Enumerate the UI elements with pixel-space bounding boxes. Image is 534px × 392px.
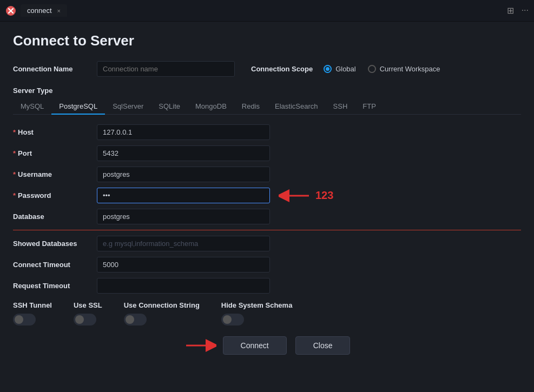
tab-close-button[interactable]: × [57, 8, 61, 14]
scope-radio-group: Global Current Workspace [324, 65, 440, 73]
connect-wrapper: Connect [184, 336, 287, 355]
tab-elasticsearch[interactable]: ElasticSearch [267, 99, 325, 115]
port-row: *Port [13, 145, 521, 161]
scope-global-label: Global [335, 65, 356, 73]
host-input[interactable] [97, 124, 270, 140]
tab-mysql[interactable]: MySQL [13, 99, 51, 115]
connection-scope-group: Connection Scope Global Current Workspac… [251, 65, 440, 73]
username-required-star: * [13, 170, 16, 178]
host-required-star: * [13, 128, 16, 136]
connect-timeout-row: Connect Timeout [13, 257, 521, 273]
port-label: *Port [13, 149, 97, 157]
tab-redis[interactable]: Redis [234, 99, 267, 115]
use-connection-string-label: Use Connection String [124, 301, 200, 309]
password-input[interactable] [97, 188, 270, 203]
toggles-row: SSH Tunnel Use SSL Use Connection String… [13, 301, 521, 325]
server-type-tabs: MySQL PostgreSQL SqlServer SQLite MongoD… [13, 99, 521, 115]
server-type-label: Server Type [13, 87, 521, 95]
connection-name-label: Connection Name [13, 65, 97, 73]
connect-button[interactable]: Connect [223, 336, 287, 355]
close-button[interactable]: Close [295, 336, 351, 355]
scope-workspace[interactable]: Current Workspace [368, 65, 440, 73]
scope-workspace-radio[interactable] [368, 65, 376, 73]
tab-postgresql[interactable]: PostgreSQL [51, 99, 105, 115]
database-label: Database [13, 212, 97, 221]
scope-global[interactable]: Global [324, 65, 356, 73]
tab-sqlite[interactable]: SQLite [151, 99, 188, 115]
use-ssl-group: Use SSL [74, 301, 102, 325]
use-connection-string-group: Use Connection String [124, 301, 200, 325]
use-ssl-toggle[interactable] [74, 314, 96, 325]
password-required-star: * [13, 191, 16, 200]
username-row: *Username [13, 167, 521, 182]
active-tab[interactable]: connect × [21, 4, 67, 17]
connect-arrow [184, 338, 216, 353]
connect-timeout-input[interactable] [97, 257, 270, 273]
username-input[interactable] [97, 167, 270, 182]
showed-databases-label: Showed Databases [13, 240, 97, 248]
connection-scope-label: Connection Scope [251, 65, 313, 73]
username-label: *Username [13, 170, 97, 178]
titlebar: connect × ⊞ ··· [0, 0, 534, 22]
port-required-star: * [13, 149, 16, 157]
password-row: *Password 123 [13, 188, 521, 203]
page-title: Connect to Server [13, 32, 521, 49]
ssh-tunnel-label: SSH Tunnel [13, 301, 52, 309]
main-content: Connect to Server Connection Name Connec… [0, 22, 534, 392]
annotation-text: 123 [315, 189, 333, 202]
actions-row: Connect Close [13, 336, 521, 355]
request-timeout-input[interactable] [97, 278, 270, 294]
app-icon [5, 5, 16, 16]
request-timeout-label: Request Timeout [13, 282, 97, 290]
database-row: Database [13, 209, 521, 224]
tab-label: connect [27, 6, 52, 15]
hide-system-schema-toggle[interactable] [221, 314, 244, 325]
titlebar-actions: ⊞ ··· [507, 5, 529, 16]
hide-system-schema-group: Hide System Schema [221, 301, 293, 325]
use-ssl-label: Use SSL [74, 301, 102, 309]
tab-ftp[interactable]: FTP [355, 99, 384, 115]
hide-system-schema-label: Hide System Schema [221, 301, 293, 309]
host-row: *Host [13, 124, 521, 140]
ssh-tunnel-group: SSH Tunnel [13, 301, 52, 325]
connection-name-input[interactable] [97, 61, 235, 77]
tab-sqlserver[interactable]: SqlServer [105, 99, 151, 115]
arrow-icon [279, 189, 311, 203]
connection-header-row: Connection Name Connection Scope Global … [13, 61, 521, 77]
password-label: *Password [13, 191, 97, 200]
tab-ssh[interactable]: SSH [326, 99, 355, 115]
port-input[interactable] [97, 145, 270, 161]
showed-databases-row: Showed Databases [13, 236, 521, 251]
host-label: *Host [13, 128, 97, 136]
showed-databases-input[interactable] [97, 236, 270, 251]
tab-mongodb[interactable]: MongoDB [188, 99, 234, 115]
connect-timeout-label: Connect Timeout [13, 261, 97, 269]
more-icon[interactable]: ··· [522, 5, 529, 16]
use-connection-string-toggle[interactable] [124, 314, 147, 325]
layout-icon[interactable]: ⊞ [507, 5, 514, 16]
scope-workspace-label: Current Workspace [380, 65, 440, 73]
password-annotation: 123 [279, 189, 333, 203]
ssh-tunnel-toggle[interactable] [13, 314, 36, 325]
showed-databases-divider [13, 230, 521, 230]
database-input[interactable] [97, 209, 270, 224]
scope-global-radio[interactable] [324, 65, 332, 73]
request-timeout-row: Request Timeout [13, 278, 521, 294]
connect-arrow-icon [184, 338, 216, 353]
